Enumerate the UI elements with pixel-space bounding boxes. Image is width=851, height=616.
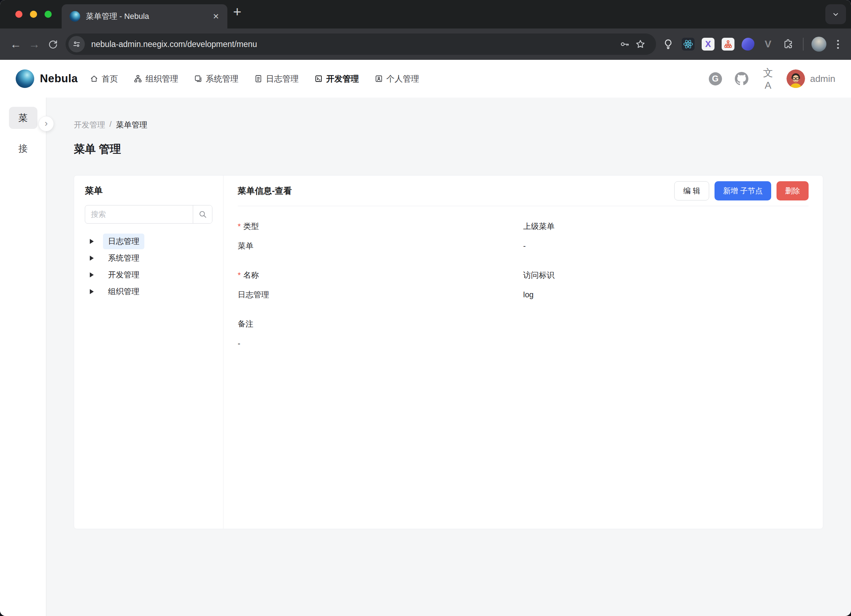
nav-label: 开发管理 bbox=[326, 73, 359, 84]
tab-favicon bbox=[69, 11, 80, 22]
header-right: G 文A bbox=[707, 69, 835, 88]
tree-node-system[interactable]: 系统管理 bbox=[85, 250, 212, 266]
swirl-extension-button[interactable] bbox=[741, 37, 755, 51]
nav-item-system[interactable]: 系统管理 bbox=[194, 73, 238, 84]
github-link-button[interactable] bbox=[734, 71, 749, 87]
language-switch-button[interactable]: 文A bbox=[760, 71, 776, 87]
terminal-icon bbox=[314, 74, 323, 83]
lightbulb-extension-button[interactable] bbox=[661, 37, 675, 51]
caret-right-icon[interactable] bbox=[90, 256, 94, 261]
tree-node-development[interactable]: 开发管理 bbox=[85, 266, 212, 283]
nav-item-logs[interactable]: 日志管理 bbox=[254, 73, 299, 84]
caret-right-icon[interactable] bbox=[90, 289, 94, 294]
menu-tree-panel: 菜单 日志管理 bbox=[74, 175, 223, 529]
url-text[interactable]: nebula-admin.neegix.com/development/menu bbox=[91, 39, 617, 49]
sidebar-expand-button[interactable]: › bbox=[39, 116, 54, 131]
gitee-icon: G bbox=[709, 72, 722, 85]
nav-item-organization[interactable]: 组织管理 bbox=[134, 73, 178, 84]
nav-item-personal[interactable]: 个人管理 bbox=[374, 73, 419, 84]
browser-profile-avatar[interactable] bbox=[812, 37, 826, 52]
browser-tab[interactable]: 菜单管理 - Nebula × bbox=[62, 4, 227, 28]
tab-title: 菜单管理 - Nebula bbox=[86, 11, 211, 22]
tree-node-label[interactable]: 日志管理 bbox=[103, 234, 144, 249]
traffic-lights bbox=[15, 10, 52, 18]
sidebar-item-interface[interactable]: 接 bbox=[0, 142, 46, 155]
field-access-key: 访问标识 log bbox=[523, 270, 809, 300]
dot bbox=[837, 47, 839, 49]
swirl-icon bbox=[741, 38, 755, 51]
key-icon bbox=[619, 39, 630, 49]
react-atom-icon bbox=[682, 38, 695, 51]
x-icon: X bbox=[702, 38, 714, 51]
translate-icon: 文A bbox=[760, 66, 776, 91]
passwords-key-button[interactable] bbox=[617, 36, 633, 52]
page-body: 菜 接 › 开发管理 / 菜单管理 菜单 管理 菜单 bbox=[0, 97, 851, 616]
bookmark-star-button[interactable] bbox=[633, 36, 648, 52]
tree-node-label[interactable]: 系统管理 bbox=[103, 250, 144, 266]
tree-node-logs[interactable]: 日志管理 bbox=[85, 233, 212, 250]
gitee-link-button[interactable]: G bbox=[707, 71, 723, 87]
caret-right-icon[interactable] bbox=[90, 239, 94, 244]
browser-window: 菜单管理 - Nebula × + ← → bbox=[0, 0, 851, 616]
sitemap-extension-button[interactable] bbox=[721, 37, 735, 51]
reload-button[interactable] bbox=[44, 35, 62, 53]
browser-menu-button[interactable] bbox=[832, 37, 844, 52]
field-value: 菜单 bbox=[238, 241, 523, 251]
main-content: 开发管理 / 菜单管理 菜单 管理 菜单 bbox=[46, 97, 851, 616]
react-devtools-extension-button[interactable] bbox=[681, 37, 695, 51]
field-label-text: 名称 bbox=[244, 271, 259, 280]
search-input[interactable] bbox=[85, 205, 193, 223]
caret-right-icon[interactable] bbox=[90, 273, 94, 277]
nav-item-home[interactable]: 首页 bbox=[90, 73, 118, 84]
search-button[interactable] bbox=[193, 205, 212, 223]
add-child-node-button[interactable]: 新增 子节点 bbox=[714, 181, 771, 201]
field-label-text: 访问标识 bbox=[523, 271, 555, 280]
back-button[interactable]: ← bbox=[6, 35, 25, 53]
tree-node-label[interactable]: 开发管理 bbox=[103, 267, 144, 283]
required-marker: * bbox=[238, 222, 241, 231]
tree-node-label[interactable]: 组织管理 bbox=[103, 284, 144, 300]
field-value: - bbox=[523, 241, 809, 251]
breadcrumb-current: 菜单管理 bbox=[116, 120, 147, 130]
extensions-row: X bbox=[661, 37, 844, 52]
nav-label: 系统管理 bbox=[206, 73, 238, 84]
brand-name: Nebula bbox=[40, 72, 78, 85]
field-label: 上级菜单 bbox=[523, 221, 809, 232]
fullscreen-window-button[interactable] bbox=[45, 10, 52, 18]
tree-search-group bbox=[85, 205, 212, 223]
forward-button[interactable]: → bbox=[25, 35, 44, 53]
delete-button[interactable]: 删除 bbox=[777, 181, 809, 201]
nav-label: 日志管理 bbox=[266, 73, 299, 84]
vue-devtools-extension-button[interactable]: V bbox=[761, 37, 775, 51]
user-menu[interactable]: admin bbox=[786, 69, 835, 88]
tree-node-organization[interactable]: 组织管理 bbox=[85, 283, 212, 300]
close-window-button[interactable] bbox=[15, 10, 23, 18]
detail-actions: 编 辑 新增 子节点 删除 bbox=[674, 181, 809, 201]
site-settings-button[interactable] bbox=[68, 36, 85, 52]
field-type: *类型 菜单 bbox=[238, 221, 523, 251]
content-card: 菜单 日志管理 bbox=[74, 175, 823, 529]
field-value: log bbox=[523, 289, 809, 300]
new-tab-button[interactable]: + bbox=[233, 4, 241, 19]
puzzle-icon bbox=[783, 39, 793, 49]
tab-search-button[interactable] bbox=[825, 4, 846, 24]
nav-item-development[interactable]: 开发管理 bbox=[314, 73, 359, 84]
tab-close-icon[interactable]: × bbox=[211, 10, 221, 22]
nebula-logo[interactable] bbox=[16, 69, 34, 88]
field-value: - bbox=[238, 338, 523, 349]
browser-toolbar: ← → nebula-admin.neegix.com/development/… bbox=[0, 28, 851, 60]
field-label: *类型 bbox=[238, 221, 523, 232]
url-bar[interactable]: nebula-admin.neegix.com/development/menu bbox=[66, 33, 656, 55]
breadcrumb-parent[interactable]: 开发管理 bbox=[74, 120, 105, 130]
star-icon bbox=[635, 39, 646, 49]
sidebar-item-menu[interactable]: 菜 bbox=[9, 107, 38, 129]
x-extension-button[interactable]: X bbox=[701, 37, 715, 51]
personal-terminal-icon bbox=[374, 74, 383, 83]
minimize-window-button[interactable] bbox=[30, 10, 37, 18]
detail-form: *类型 菜单 上级菜单 - *名称 bbox=[238, 221, 809, 349]
nav-label: 首页 bbox=[102, 73, 118, 84]
extensions-menu-button[interactable] bbox=[781, 37, 795, 51]
edit-button[interactable]: 编 辑 bbox=[674, 181, 709, 201]
field-label-text: 上级菜单 bbox=[523, 222, 555, 231]
app-header: Nebula 首页 组织管理 系统管理 日志管理 开发管理 bbox=[0, 60, 851, 97]
